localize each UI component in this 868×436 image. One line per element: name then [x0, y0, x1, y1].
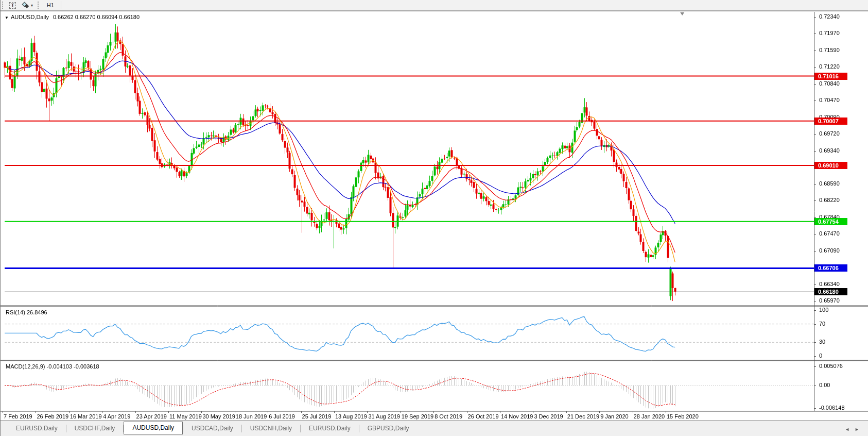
tab-eurusd-daily[interactable]: EURUSD,Daily — [301, 423, 359, 434]
date-label: 9 Jan 2020 — [600, 413, 628, 420]
arrange-icon — [22, 2, 29, 9]
date-label: 8 Oct 2019 — [435, 413, 462, 420]
axis-tick-mark — [814, 51, 816, 51]
date-label: 14 Nov 2019 — [501, 413, 533, 420]
axis-tick-mark — [814, 301, 816, 301]
date-label: 26 Oct 2019 — [468, 413, 499, 420]
axis-tick-mark — [814, 356, 816, 357]
date-tick-mark — [599, 411, 600, 413]
date-label: 28 Jan 2020 — [634, 413, 665, 420]
axis-tick-label: 0.68590 — [819, 180, 840, 187]
axis-tick-label: 0.71220 — [819, 63, 840, 70]
tab-audusd-daily[interactable]: AUDUSD,Daily — [124, 422, 183, 434]
date-tick-mark — [135, 411, 136, 413]
tab-usdcad-daily[interactable]: USDCAD,Daily — [183, 423, 241, 434]
tab-usdcnh-daily[interactable]: USDCNH,Daily — [242, 423, 300, 434]
date-label: 4 Apr 2019 — [103, 413, 130, 420]
chart-canvas[interactable] — [1, 11, 868, 421]
toolbar-separator — [61, 1, 61, 9]
date-tick-mark — [633, 411, 633, 413]
axis-tick-mark — [814, 200, 816, 201]
axis-tick-label: 0.72340 — [819, 13, 840, 20]
axis-tick-mark — [814, 151, 816, 152]
axis-tick-label: 0.00 — [819, 382, 830, 388]
tab-usdchf-daily[interactable]: USDCHF,Daily — [66, 423, 124, 434]
axis-tick-label: 0 — [819, 353, 822, 359]
axis-tick-label: 100 — [819, 307, 828, 313]
axis-tick-mark — [814, 284, 816, 285]
chart-header: ▼AUDUSD,Daily0.66262 0.66270 0.66094 0.6… — [5, 14, 140, 20]
axis-tick-label: 0.66340 — [819, 281, 840, 287]
axis-tick-label: 0.67090 — [819, 247, 840, 254]
tab-scroll-right-icon[interactable]: ► — [855, 427, 859, 432]
date-tick-mark — [533, 411, 533, 413]
date-tick-mark — [566, 411, 567, 413]
axis-tick-label: 0.71590 — [819, 47, 840, 53]
macd-header: MACD(12,26,9) -0.004103 -0.003618 — [6, 363, 99, 370]
arrange-tool-button[interactable]: ▾ — [20, 1, 36, 10]
tab-gbpusd-daily[interactable]: GBPUSD,Daily — [359, 423, 418, 434]
axis-tick-label: 0.69720 — [819, 130, 840, 137]
axis-tick-mark — [814, 184, 816, 185]
date-label: 3 Dec 2019 — [534, 413, 563, 420]
date-tick-mark — [367, 411, 368, 413]
timeframe-button-h1[interactable]: H1 — [42, 1, 58, 10]
axis-tick-mark — [814, 234, 816, 234]
axis-tick-mark — [814, 251, 816, 251]
date-label: 26 Feb 2019 — [37, 413, 68, 420]
toolbar-grip[interactable] — [38, 2, 40, 9]
date-tick-mark — [3, 411, 3, 413]
axis-tick-mark — [814, 342, 816, 343]
date-label: 30 May 2019 — [202, 413, 235, 420]
tab-eurusd-daily[interactable]: EURUSD,Daily — [8, 423, 66, 434]
date-label: 15 Feb 2020 — [667, 413, 699, 420]
axis-tick-label: 70 — [819, 321, 825, 327]
axis-tick-label: 30 — [819, 339, 825, 345]
date-tick-mark — [102, 411, 102, 413]
date-label: 25 Jul 2019 — [302, 413, 332, 420]
date-label: 13 Aug 2019 — [335, 413, 367, 420]
chart-symbol-label: AUDUSD,Daily — [11, 14, 49, 20]
axis-tick-mark — [814, 67, 816, 68]
price-badge: 0.66180 — [814, 288, 847, 295]
axis-tick-label: 0.005076 — [819, 363, 843, 369]
axis-tick-mark — [814, 324, 816, 325]
axis-tick-label: 0.71970 — [819, 30, 840, 36]
axis-tick-label: 0.68220 — [819, 197, 840, 203]
date-tick-mark — [467, 411, 467, 413]
price-badge: 0.70007 — [814, 118, 847, 125]
price-badge: 0.66706 — [814, 264, 847, 272]
text-label-tool-button[interactable]: T — [7, 1, 19, 10]
price-badge: 0.69010 — [814, 162, 847, 169]
date-tick-mark — [401, 411, 401, 413]
axis-tick-label: 0.70840 — [819, 80, 840, 87]
axis-tick-mark — [814, 84, 816, 85]
date-label: 19 Sep 2019 — [402, 413, 433, 420]
tab-scroll-left-icon[interactable]: ◄ — [845, 427, 849, 432]
axis-tick-mark — [814, 33, 816, 34]
price-badge: 0.71016 — [814, 73, 847, 80]
collapse-icon[interactable]: ▼ — [5, 15, 9, 20]
date-label: 23 Apr 2019 — [136, 413, 167, 420]
price-badge: 0.67754 — [814, 218, 847, 225]
date-tick-mark — [201, 411, 202, 413]
toolbar-grip[interactable] — [2, 2, 5, 9]
axis-tick-mark — [814, 366, 816, 367]
rsi-header: RSI(14) 26.8496 — [6, 309, 47, 315]
date-tick-mark — [334, 411, 335, 413]
chart-window: ▼AUDUSD,Daily0.66262 0.66270 0.66094 0.6… — [1, 11, 868, 420]
axis-tick-mark — [814, 100, 816, 101]
axis-tick-mark — [814, 134, 816, 135]
axis-tick-mark — [814, 385, 816, 386]
date-tick-mark — [235, 411, 235, 413]
axis-tick-mark — [814, 408, 816, 409]
axis-tick-label: 0.69340 — [819, 147, 840, 154]
date-tick-mark — [433, 411, 434, 413]
date-tick-mark — [36, 411, 36, 413]
axis-tick-label: 0.67470 — [819, 230, 840, 237]
axis-tick-mark — [814, 17, 816, 18]
date-label: 6 Jul 2019 — [269, 413, 295, 420]
date-label: 16 Mar 2019 — [70, 413, 102, 420]
chevron-down-icon: ▾ — [31, 3, 33, 8]
date-tick-mark — [168, 411, 169, 413]
